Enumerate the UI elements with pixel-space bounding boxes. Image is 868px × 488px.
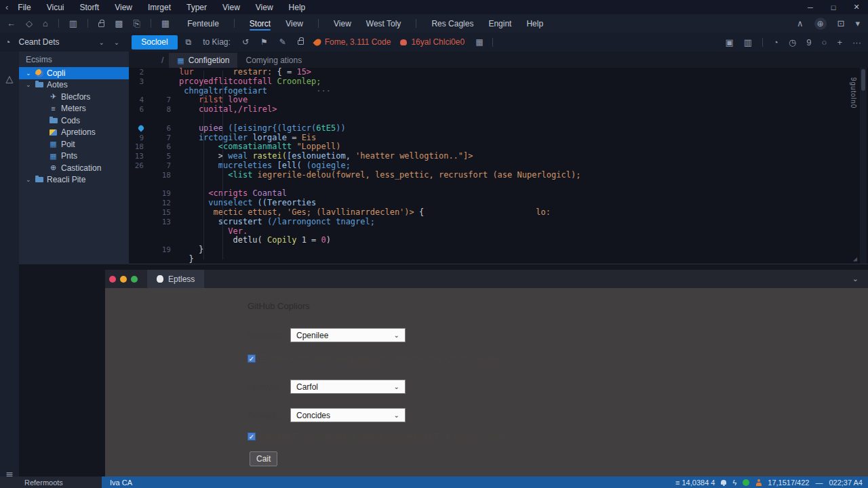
qr-grid-icon[interactable]: ▦ [161, 18, 170, 28]
checkbox-row-1[interactable]: ✓ Ecraile From Affler lesirg Menig itsll… [248, 354, 499, 363]
export-icon[interactable]: ▣ [726, 37, 734, 47]
caret-down-icon[interactable]: ▾ [855, 18, 860, 28]
status-ok-icon[interactable] [743, 479, 749, 486]
code-chevrons-icon[interactable]: ◇ [26, 18, 33, 28]
panel-tab[interactable]: Eptless [147, 270, 204, 288]
titlebar-menu-imrget[interactable]: Imrget [148, 3, 171, 12]
flag-icon[interactable]: ⚑ [260, 37, 268, 47]
hook-icon[interactable]: 9 [806, 37, 811, 47]
scope-dropdown[interactable]: Ceant Dets [18, 37, 98, 47]
run-button[interactable]: Socloel [132, 35, 177, 49]
titlebar-menu-typer[interactable]: Typer [186, 3, 207, 12]
panel-icon[interactable]: ▥ [69, 18, 77, 28]
sidebar-item-cods[interactable]: Cods [19, 115, 129, 127]
globe-icon[interactable]: ⊕ [814, 18, 827, 30]
folder-icon [35, 82, 43, 87]
collapse-chevron-icon[interactable]: ⌄ [852, 274, 859, 283]
sidebar-item-reacli-pite[interactable]: ⌄Reacli Pite [19, 174, 129, 186]
sidebar-item-copli[interactable]: ⌄Copli [19, 67, 129, 79]
bell-icon[interactable] [721, 480, 726, 485]
home-icon[interactable]: ⌂ [43, 18, 48, 28]
line-count[interactable]: ≡ 14,0384 4 [675, 479, 715, 487]
plus-icon[interactable]: + [837, 37, 842, 47]
zoom-dot-icon[interactable] [131, 276, 138, 283]
apply-button[interactable]: Cait [250, 451, 277, 466]
menubar-item-help[interactable]: Help [526, 16, 543, 31]
position-ratio[interactable]: 17,1517/422 [768, 479, 809, 487]
chevron-left-icon[interactable]: ‹ [5, 2, 8, 12]
sidebar-item-pnts[interactable]: ▦Pnts [19, 150, 129, 163]
chevron-down-icon[interactable]: ⌄ [98, 39, 104, 46]
document-icon[interactable]: ⧉ [186, 37, 192, 47]
sidebar-item-meters[interactable]: ≡Meters [19, 103, 129, 115]
checkbox-row-2[interactable]: ✓ Steraite From Affler lssirg Memig insl… [248, 432, 505, 441]
close-button[interactable]: ✕ [845, 0, 868, 14]
side-tab-vertical[interactable]: 9gutoln0 [850, 77, 857, 108]
clock-icon[interactable]: ◷ [789, 37, 796, 47]
field1-select[interactable]: Cpenilee ⌄ [290, 328, 406, 342]
clipboard-icon[interactable]: ⎘ [133, 18, 140, 29]
menubar-item-res-cagles[interactable]: Res Cagles [431, 16, 473, 31]
titlebar-menu-view[interactable]: View [256, 3, 273, 12]
titlebar-menu-storft[interactable]: Storft [79, 3, 99, 12]
book-icon[interactable]: ▥ [744, 37, 752, 47]
menubar-item-view[interactable]: View [334, 16, 351, 31]
prism-icon[interactable]: △ [0, 73, 19, 84]
minimize-button[interactable]: ─ [799, 0, 822, 14]
minimize-dot-icon[interactable] [120, 276, 127, 283]
back-arrow-icon[interactable]: ← [7, 18, 16, 28]
checkbox-checked-icon[interactable]: ✓ [248, 432, 256, 441]
field3-select[interactable]: Concides ⌄ [290, 408, 406, 422]
sidebar-item-blecfors[interactable]: ✈Blecfors [19, 91, 129, 103]
titlebar-menu-help[interactable]: Help [289, 3, 306, 12]
code-area[interactable]: 9gutoln0 ◢ 2lur restarr: { = 15>3prcoyed… [129, 68, 868, 264]
sidebar-item-apretions[interactable]: Apretions [19, 127, 129, 139]
code-line: 15 mectic ettust, 'Ges; (lavllinarrdecle… [129, 208, 868, 218]
undo-icon[interactable]: ↺ [242, 37, 249, 47]
menubar-item-west-toly[interactable]: West Toly [366, 16, 401, 31]
field2-select[interactable]: Carfol ⌄ [290, 380, 406, 394]
gauge-icon[interactable]: ◔ [773, 37, 778, 47]
branch-label[interactable]: Iva CA [110, 479, 132, 487]
statusbar-left-segment[interactable]: Refermoots [0, 476, 102, 488]
sidebar-item-poit[interactable]: ▦Poit [19, 138, 129, 150]
titlebar-menu-view[interactable]: View [222, 3, 240, 12]
editor-scrollbar[interactable] [860, 68, 867, 264]
maximize-button[interactable]: □ [822, 0, 845, 14]
editor-tab-configetion[interactable]: ▦Configetion [169, 53, 237, 68]
chevron-down-icon[interactable]: ⌄ [114, 39, 119, 46]
chevron-up-icon[interactable]: ∧ [797, 18, 804, 28]
code-line: 68 cuoital,/rlirel> [129, 105, 868, 115]
screen-icon[interactable]: ⊡ [837, 18, 845, 28]
lock-icon[interactable] [98, 20, 104, 27]
more-dots-icon[interactable]: ··· [852, 37, 861, 47]
grid-icon: ▦ [49, 152, 58, 161]
window-controls: ─ □ ✕ [799, 0, 868, 14]
menubar-item-engint[interactable]: Engint [488, 16, 511, 31]
scrollbar-thumb[interactable] [861, 69, 865, 91]
menubar-item-view[interactable]: View [285, 16, 303, 31]
menubar-item-fenteule[interactable]: Fenteule [187, 16, 219, 31]
kind-label: to Kiag: [203, 37, 231, 47]
package-icon[interactable]: ▩ [115, 18, 123, 28]
pie-circle-icon[interactable]: ◔ [5, 37, 10, 47]
titlebar-menu-vicui[interactable]: Vicui [47, 3, 64, 12]
titlebar-menu-view[interactable]: View [115, 3, 132, 12]
resize-grip-icon[interactable]: ◢ [853, 255, 857, 262]
sidebar-item-aotes[interactable]: ⌄Aotes [19, 79, 129, 92]
editor-tab-comying-ations[interactable]: Comying ations [237, 53, 310, 68]
circle-icon[interactable]: ○ [822, 37, 827, 47]
tree-item-label: Poit [61, 140, 75, 149]
user-icon[interactable] [755, 479, 762, 486]
lock-icon[interactable] [298, 37, 304, 47]
bolt-icon[interactable]: ϟ [732, 479, 736, 487]
titlebar-menu-file[interactable]: File [18, 3, 31, 12]
grid-small-icon[interactable]: ▦ [475, 37, 483, 47]
sidebar-item-castication[interactable]: ⊕Castication [19, 162, 129, 174]
code-text: scrustert (/larrongonct tnagrel; [179, 218, 375, 227]
pen-icon[interactable]: ✎ [279, 37, 286, 47]
checkbox-checked-icon[interactable]: ✓ [248, 354, 256, 363]
menubar-item-storct[interactable]: Storct [250, 16, 271, 31]
close-dot-icon[interactable] [109, 276, 116, 283]
code-line: 3prcoyedflitcoutfall Croonlep; [129, 77, 868, 87]
